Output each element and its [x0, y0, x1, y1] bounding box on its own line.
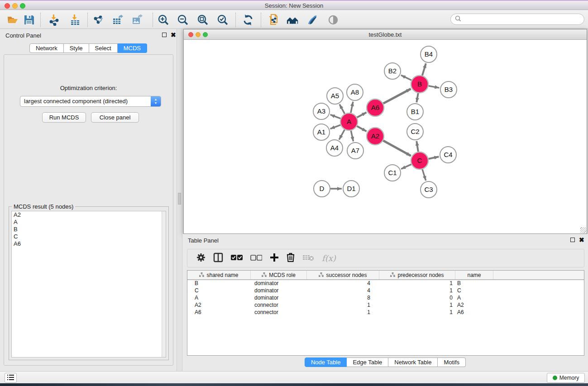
memory-button[interactable]: Memory — [547, 373, 585, 383]
graph-node-label: A7 — [351, 147, 359, 154]
export-table-icon[interactable] — [112, 14, 124, 26]
select-all-checkbox-icon[interactable] — [231, 254, 243, 262]
first-neighbors-icon[interactable] — [287, 14, 299, 26]
close-panel-button[interactable]: Close panel — [91, 112, 139, 123]
graph-edge-B-B4[interactable] — [422, 63, 426, 76]
graph-edge-B-B2[interactable] — [401, 75, 411, 80]
graph-node-label: B4 — [425, 50, 433, 58]
zoom-selected-icon[interactable] — [216, 14, 229, 26]
column-header-predecessor-nodes[interactable]: predecessor nodes — [379, 271, 455, 279]
panel-list-icon — [7, 375, 14, 381]
criterion-select[interactable]: largest connected component (directed) ▲… — [20, 96, 161, 107]
table-tabs: Node TableEdge TableNetwork TableMotifs — [305, 357, 466, 367]
splitter-handle[interactable] — [178, 193, 181, 205]
mcds-result-list[interactable]: A2ABCA6 — [11, 211, 166, 357]
float-table-panel-icon[interactable] — [570, 238, 575, 242]
save-session-icon[interactable] — [23, 14, 35, 26]
result-item[interactable]: A6 — [12, 240, 166, 248]
close-panel-icon[interactable]: ✖ — [171, 33, 176, 38]
graph-edge-A2-C[interactable] — [383, 141, 411, 156]
export-network-icon[interactable] — [92, 14, 105, 26]
export-image-icon[interactable] — [131, 14, 144, 26]
graph-edge-A-A4[interactable] — [339, 130, 344, 140]
show-panels-menu-button[interactable] — [5, 373, 17, 383]
tab-select[interactable]: Select — [89, 43, 118, 53]
graph-edge-C-C2[interactable] — [416, 141, 418, 152]
workspace-pane: testGlobe.txt B4B2BB3A5A8A6A3B1AA1C2A2A4… — [182, 29, 588, 371]
tab-style[interactable]: Style — [64, 43, 89, 53]
tab-network[interactable]: Network — [29, 43, 64, 53]
network-canvas[interactable]: B4B2BB3A5A8A6A3B1AA1C2A2A4A7C4CC1DD1C3 — [184, 40, 587, 234]
result-item[interactable]: A2 — [12, 211, 166, 219]
column-header-name[interactable]: name — [455, 271, 493, 279]
tab-network-table[interactable]: Network Table — [388, 357, 438, 367]
table-row[interactable]: A6connector11A6 — [187, 309, 584, 316]
graph-edge-A6-B[interactable] — [383, 89, 411, 103]
show-column-icon[interactable] — [213, 253, 223, 264]
show-graphics-details-icon[interactable] — [327, 14, 339, 26]
graph-edge-B-B3[interactable] — [429, 86, 440, 88]
tab-motifs[interactable]: Motifs — [438, 357, 466, 367]
network-graph[interactable]: B4B2BB3A5A8A6A3B1AA1C2A2A4A7C4CC1DD1C3 — [184, 40, 587, 234]
column-header-MCDS-role[interactable]: MCDS role — [251, 271, 307, 279]
hide-annotations-icon[interactable] — [306, 14, 319, 26]
open-session-icon[interactable] — [6, 14, 19, 26]
delete-column-icon[interactable] — [287, 253, 295, 264]
graph-node-label: B1 — [411, 108, 419, 115]
import-table-icon[interactable] — [69, 14, 81, 26]
result-item[interactable]: A — [12, 219, 166, 226]
graph-edge-A-A5[interactable] — [339, 104, 344, 114]
result-item[interactable]: C — [12, 233, 166, 240]
graph-node-label: A — [347, 118, 351, 125]
table-row[interactable]: A2connector11A2 — [187, 302, 584, 309]
run-mcds-button[interactable]: Run MCDS — [42, 112, 86, 123]
refresh-layout-icon[interactable] — [242, 14, 254, 26]
close-table-panel-icon[interactable]: ✖ — [579, 238, 584, 243]
zoom-in-icon[interactable] — [157, 14, 170, 26]
graph-edge-A-A8[interactable] — [351, 102, 353, 113]
control-panel-title: Control Panel — [5, 32, 41, 39]
graph-edge-A-A6[interactable] — [357, 112, 367, 117]
vertical-splitter[interactable] — [177, 29, 182, 371]
graph-node-label: A6 — [371, 104, 379, 111]
tab-mcds[interactable]: MCDS — [118, 43, 147, 53]
graph-node-label: C1 — [388, 169, 397, 176]
toolbar-separator — [153, 13, 153, 27]
tab-node-table[interactable]: Node Table — [305, 357, 347, 367]
import-network-icon[interactable] — [48, 14, 61, 26]
table-row[interactable]: Cdominator41C — [187, 287, 584, 295]
window-resize-grip[interactable] — [580, 227, 586, 233]
function-builder-icon[interactable]: f(x) — [322, 253, 336, 263]
deselect-all-checkbox-icon[interactable] — [250, 254, 262, 262]
graph-edge-A-A3[interactable] — [330, 114, 341, 119]
column-header-successor-nodes[interactable]: successor nodes — [307, 271, 379, 279]
graph-edge-B-B1[interactable] — [416, 93, 418, 103]
result-item[interactable]: B — [12, 226, 166, 233]
graph-node-label: A1 — [317, 128, 325, 136]
table-cell: C — [187, 287, 251, 295]
graph-edge-C-C4[interactable] — [429, 157, 439, 159]
table-cell: dominator — [251, 295, 307, 302]
delete-table-icon[interactable] — [302, 254, 314, 263]
memory-status-icon — [553, 376, 557, 380]
graph-edge-A-A1[interactable] — [330, 125, 341, 129]
column-type-icon — [199, 272, 204, 278]
table-cell: A6 — [455, 309, 493, 316]
create-column-icon[interactable] — [270, 253, 279, 264]
table-row[interactable]: Bdominator41B — [187, 280, 584, 287]
graph-edge-C-C3[interactable] — [422, 169, 426, 181]
tab-edge-table[interactable]: Edge Table — [347, 357, 388, 367]
table-panel: Table Panel ✖ f(x) — [182, 234, 588, 371]
new-network-from-selection-icon[interactable] — [267, 14, 280, 26]
table-row[interactable]: Adominator80A — [187, 295, 584, 302]
zoom-fit-icon[interactable] — [196, 14, 209, 26]
table-options-icon[interactable] — [196, 253, 206, 264]
search-input[interactable] — [464, 15, 584, 23]
graph-edge-C-C1[interactable] — [401, 164, 411, 169]
graph-edge-A-A2[interactable] — [357, 126, 367, 132]
graph-edge-A-A7[interactable] — [351, 131, 353, 142]
result-list-scrollbar[interactable] — [162, 211, 166, 357]
column-header-shared-name[interactable]: shared name — [187, 271, 251, 279]
float-panel-icon[interactable] — [162, 33, 167, 37]
zoom-out-icon[interactable] — [177, 14, 189, 26]
